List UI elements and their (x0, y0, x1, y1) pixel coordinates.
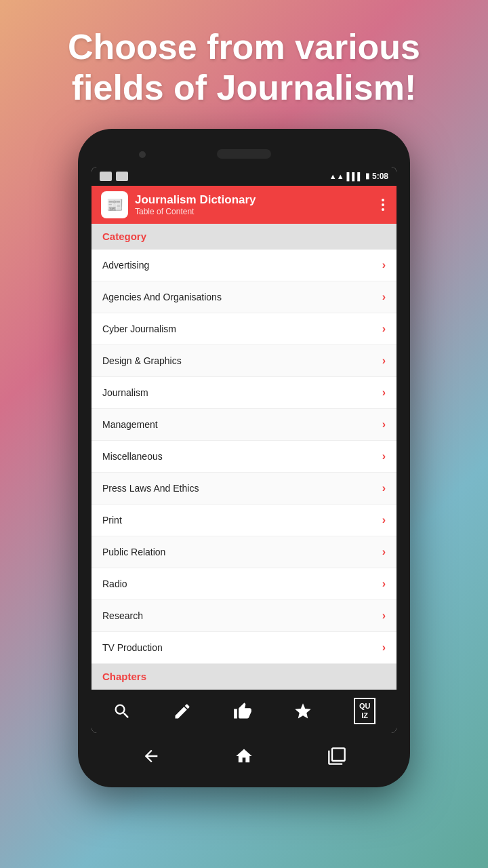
list-item[interactable]: Journalism › (92, 377, 396, 409)
list-item[interactable]: Research › (92, 600, 396, 632)
list-item-label: Agencies And Organisations (102, 292, 222, 302)
chevron-right-icon: › (382, 610, 386, 622)
phone-wrapper: ▲▲ ▌▌▌ ▮ 5:08 📰 Journalism Dictionary Ta… (78, 129, 410, 787)
list-item-label: Cyber Journalism (102, 323, 176, 334)
headline: Choose from various fields of Journalism… (0, 0, 488, 129)
play-icon (116, 172, 128, 181)
chapters-section-header: Chapters (92, 664, 396, 690)
back-button[interactable] (139, 744, 163, 768)
signal-icon: ▌▌▌ (347, 172, 363, 180)
star-nav-button[interactable] (293, 702, 312, 721)
chevron-right-icon: › (382, 514, 386, 526)
overflow-menu-button[interactable] (379, 196, 387, 214)
chapters-label: Chapters (102, 671, 146, 682)
list-item[interactable]: Cyber Journalism › (92, 313, 396, 345)
chevron-right-icon: › (382, 323, 386, 335)
chevron-right-icon: › (382, 642, 386, 654)
list-item-label: Management (102, 419, 158, 430)
quiz-label: QUIZ (354, 698, 376, 724)
list-item-label: Print (102, 515, 122, 526)
list-item-label: Radio (102, 578, 127, 589)
list-item-label: Public Relation (102, 547, 165, 557)
list-item[interactable]: TV Production › (92, 632, 396, 664)
category-label: Category (102, 231, 146, 242)
app-subtitle: Table of Content (135, 207, 372, 216)
category-section-header: Category (92, 224, 396, 250)
wifi-icon: ▲▲ (329, 172, 344, 180)
list-item-label: Press Laws And Ethics (102, 483, 199, 494)
quiz-nav-button[interactable]: QUIZ (354, 698, 376, 724)
menu-dot (382, 208, 384, 211)
phone-top (92, 142, 396, 167)
search-nav-button[interactable] (113, 702, 131, 721)
list-item[interactable]: Print › (92, 505, 396, 536)
list-item[interactable]: Design & Graphics › (92, 345, 396, 377)
phone-hardware-nav (92, 733, 396, 774)
home-button[interactable] (232, 744, 256, 768)
menu-dot (382, 203, 384, 206)
app-icon: 📰 (101, 191, 128, 218)
status-time: 5:08 (372, 172, 388, 181)
chevron-right-icon: › (382, 355, 386, 367)
chevron-right-icon: › (382, 546, 386, 558)
list-item-label: Design & Graphics (102, 355, 182, 366)
list-item-label: Research (102, 610, 143, 621)
list-item-label: Advertising (102, 260, 149, 271)
chevron-right-icon: › (382, 387, 386, 399)
status-bar: ▲▲ ▌▌▌ ▮ 5:08 (92, 167, 396, 186)
chevron-right-icon: › (382, 259, 386, 271)
category-list: Advertising › Agencies And Organisations… (92, 250, 396, 664)
list-item[interactable]: Miscellaneous › (92, 441, 396, 473)
list-item[interactable]: Public Relation › (92, 536, 396, 568)
bottom-navigation: QUIZ (92, 690, 396, 733)
chevron-right-icon: › (382, 450, 386, 462)
list-item[interactable]: Management › (92, 409, 396, 441)
camera (139, 151, 146, 158)
write-nav-button[interactable] (173, 702, 192, 721)
list-item-label: Journalism (102, 387, 148, 398)
status-left (100, 172, 128, 181)
menu-dot (382, 199, 384, 201)
chevron-right-icon: › (382, 578, 386, 590)
recents-button[interactable] (325, 744, 349, 768)
list-item[interactable]: Press Laws And Ethics › (92, 473, 396, 505)
image-icon (100, 172, 112, 181)
list-item[interactable]: Advertising › (92, 250, 396, 281)
speaker (217, 149, 271, 159)
chevron-right-icon: › (382, 291, 386, 303)
battery-icon: ▮ (365, 172, 369, 180)
list-item[interactable]: Agencies And Organisations › (92, 281, 396, 313)
status-right: ▲▲ ▌▌▌ ▮ 5:08 (329, 172, 388, 181)
app-title: Journalism Dictionary (135, 193, 372, 207)
app-bar: 📰 Journalism Dictionary Table of Content (92, 186, 396, 224)
list-item[interactable]: Radio › (92, 568, 396, 600)
list-item-label: Miscellaneous (102, 451, 163, 462)
chevron-right-icon: › (382, 482, 386, 494)
list-item-label: TV Production (102, 642, 163, 653)
phone-screen: ▲▲ ▌▌▌ ▮ 5:08 📰 Journalism Dictionary Ta… (92, 167, 396, 733)
thumbs-nav-button[interactable] (233, 702, 252, 721)
app-bar-text: Journalism Dictionary Table of Content (135, 193, 372, 216)
chevron-right-icon: › (382, 418, 386, 431)
